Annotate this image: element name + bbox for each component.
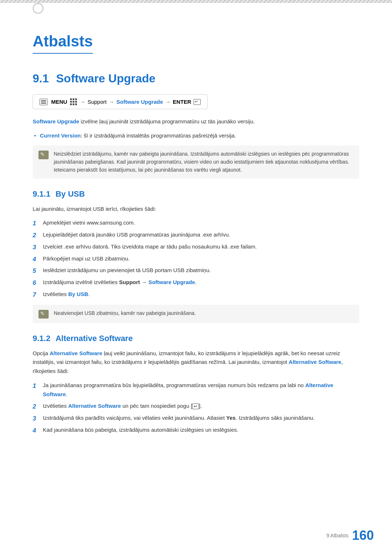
step-num-1: 1 [33, 218, 41, 229]
s912-step-2-mid: un pēc tam nospiediet pogu [ [121, 403, 192, 409]
arrow-3: → [165, 99, 171, 105]
section-911-note: Neatvienojiet USB zibatmiņu, kamēr nav p… [33, 305, 359, 323]
menu-path-box: MENU → Support → Software Upgrade → ENTE… [33, 94, 208, 109]
page: Atbalsts 9.1 Software Upgrade MENU → Sup… [0, 0, 392, 554]
menu-icon [40, 99, 48, 105]
s912-num-2: 2 [33, 402, 41, 412]
top-circle-decoration [33, 3, 44, 14]
step-3-text: Izvelciet .exe arhīvu datorā. Tiks izvei… [43, 243, 257, 250]
step-num-4: 4 [33, 254, 41, 264]
section-91-title: Software Upgrade [56, 72, 155, 85]
s912-step-1-end: . [66, 391, 67, 397]
s912-num-3: 3 [33, 414, 41, 424]
top-stripe-decoration [0, 0, 392, 3]
intro-start: Opcija [33, 350, 50, 356]
step-7-bold: By USB [68, 291, 88, 297]
step-4: 4 Pārkopējiet mapi uz USB zibatmiņu. [33, 254, 359, 263]
section-911: 9.1.1 By USB Lai jauninātu, izmantojot U… [33, 189, 359, 323]
step-6-bold2: Software Upgrade [148, 279, 195, 285]
section-911-intro: Lai jauninātu, izmantojot USB ierīci, rī… [33, 205, 359, 214]
menu-support: Support [87, 99, 107, 105]
note-text: Neizslēdziet izstrādājumu, kamēr nav pab… [54, 150, 354, 174]
s912-step-3-start: Izstrādājumā tiks parādīts vaicājums, va… [43, 415, 226, 421]
current-version-list: Current Version: šī ir izstrādājumā inst… [33, 131, 359, 140]
arrow-2: → [109, 99, 114, 105]
footer-page-number: 160 [352, 528, 374, 543]
s912-step-4: 4 Kad jaunināšana būs pabeigta, izstrādā… [33, 426, 359, 435]
s912-step-3-bold: Yes [226, 415, 236, 421]
section-911-title: By USB [56, 189, 85, 199]
step-2-text: Lejupielādējiet datorā jaunāko USB progr… [43, 231, 230, 238]
s912-step-1: 1 Ja jaunināšanas programmatūra būs leju… [33, 381, 359, 399]
s912-num-1: 1 [33, 381, 41, 391]
step-3: 3 Izvelciet .exe arhīvu datorā. Tiks izv… [33, 242, 359, 251]
step-num-6: 6 [33, 278, 41, 288]
enter-button-icon: ↵ [192, 403, 199, 409]
s912-step-2-bold: Alternative Software [68, 403, 121, 409]
s912-num-4: 4 [33, 426, 41, 436]
section-912-steps: 1 Ja jaunināšanas programmatūra būs leju… [33, 381, 359, 435]
intro-text: izvēlne ļauj jaunināt izstrādājuma progr… [79, 118, 255, 124]
step-6-end: . [195, 279, 196, 285]
intro-bold1: Alternative Software [50, 350, 102, 356]
section-91-intro: Software Upgrade izvēlne ļauj jaunināt i… [33, 117, 359, 126]
menu-enter: ENTER [173, 99, 191, 105]
section-91-heading: 9.1 Software Upgrade [33, 72, 359, 85]
step-num-2: 2 [33, 230, 41, 241]
step-num-3: 3 [33, 242, 41, 253]
section-911-steps: 1 Apmeklējiet vietni www.samsung.com. 2 … [33, 218, 359, 299]
enter-icon [193, 99, 201, 105]
s912-step-2: 2 Izvēlieties Alternative Software un pē… [33, 402, 359, 411]
intro-bold2: Alternative Software [289, 359, 341, 365]
step-6-bold1: Support [119, 279, 140, 285]
step-2: 2 Lejupielādējiet datorā jaunāko USB pro… [33, 230, 359, 239]
step-7: 7 Izvēlieties By USB. [33, 290, 359, 299]
section-91-note: Neizslēdziet izstrādājumu, kamēr nav pab… [33, 145, 359, 178]
page-title: Atbalsts [33, 33, 93, 54]
note-911-text: Neatvienojiet USB zibatmiņu, kamēr nav p… [54, 309, 196, 317]
section-91: 9.1 Software Upgrade MENU → Support → So… [33, 72, 359, 178]
page-header: Atbalsts [33, 33, 359, 54]
current-version-item: Current Version: šī ir izstrādājumā inst… [33, 131, 359, 140]
current-version-bold: Current Version [40, 132, 81, 139]
current-version-text: : šī ir izstrādājumā instalētās programm… [81, 132, 236, 139]
software-upgrade-bold: Software Upgrade [33, 118, 79, 124]
s912-step-2-end: ]. [199, 403, 202, 409]
step-num-5: 5 [33, 266, 41, 276]
grid-icon [70, 98, 77, 105]
step-6: 6 Izstrādājuma izvēlnē izvēlieties Suppo… [33, 278, 359, 287]
page-footer: 9 Atbalsts 160 [326, 528, 374, 543]
step-7-end: . [88, 291, 90, 297]
section-912-intro: Opcija Alternative Software ļauj veikt j… [33, 349, 359, 376]
section-912-num: 9.1.2 [33, 334, 50, 343]
footer-section-label: 9 Atbalsts [326, 533, 348, 538]
section-912-title: Alternative Software [56, 334, 133, 343]
s912-step-1-start: Ja jaunināšanas programmatūra būs lejupi… [43, 382, 305, 388]
section-911-num: 9.1.1 [33, 189, 50, 199]
s912-step-3: 3 Izstrādājumā tiks parādīts vaicājums, … [33, 414, 359, 423]
step-num-7: 7 [33, 290, 41, 300]
menu-software-upgrade: Software Upgrade [117, 99, 163, 105]
s912-step-3-end: . Izstrādājums sāks jaunināšanu. [236, 415, 315, 421]
section-911-heading: 9.1.1 By USB [33, 189, 359, 199]
s912-step-4-text: Kad jaunināšana būs pabeigta, izstrādāju… [43, 427, 238, 433]
section-91-num: 9.1 [33, 72, 49, 85]
step-5-text: Ieslēdziet izstrādājumu un pievienojiet … [43, 267, 211, 273]
step-5: 5 Ieslēdziet izstrādājumu un pievienojie… [33, 266, 359, 275]
section-912: 9.1.2 Alternative Software Opcija Altern… [33, 334, 359, 435]
step-7-text-start: Izvēlieties [43, 291, 68, 297]
note-icon [38, 151, 49, 159]
step-4-text: Pārkopējiet mapi uz USB zibatmiņu. [43, 255, 130, 262]
menu-label: MENU [51, 99, 67, 105]
note-icon-2 [38, 310, 49, 319]
step-6-arrow: → [140, 279, 148, 285]
arrow-1: → [80, 99, 85, 105]
step-1: 1 Apmeklējiet vietni www.samsung.com. [33, 218, 359, 227]
s912-step-2-start: Izvēlieties [43, 403, 68, 409]
section-912-heading: 9.1.2 Alternative Software [33, 334, 359, 343]
step-1-text: Apmeklējiet vietni www.samsung.com. [43, 219, 135, 226]
step-6-text-start: Izstrādājuma izvēlnē izvēlieties [43, 279, 119, 285]
